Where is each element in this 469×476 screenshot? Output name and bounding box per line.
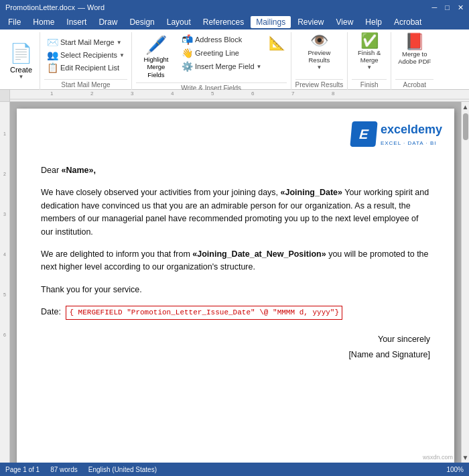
address-block-label: Address Block (195, 36, 242, 44)
edit-recipient-list-btn[interactable]: 📋 Edit Recipient List (44, 62, 127, 74)
menu-references[interactable]: References (198, 16, 249, 28)
close-btn[interactable]: ✕ (458, 3, 464, 12)
svg-text:3: 3 (3, 212, 6, 217)
status-bar: Page 1 of 1 87 words English (United Sta… (0, 463, 469, 476)
highlight-merge-fields-label: HighlightMerge Fields (140, 56, 172, 78)
greeting-line-label: Greeting Line (195, 49, 239, 57)
start-mail-merge-group-label: Start Mail Merge (44, 79, 127, 90)
svg-text:1: 1 (50, 91, 54, 97)
minimize-btn[interactable]: ─ (432, 3, 438, 12)
preview-results-label: PreviewResults (308, 49, 330, 64)
menu-acrobat[interactable]: Acrobat (389, 16, 427, 28)
thank-you-paragraph: Thank you for your service. (41, 284, 430, 296)
finish-merge-arrow[interactable]: ▼ (366, 64, 372, 71)
scroll-down-btn[interactable]: ▼ (462, 454, 469, 461)
joining-date-field: «Joining_Date» (281, 188, 342, 197)
create-button[interactable]: 📄 Create ▼ (3, 32, 40, 90)
svg-text:6: 6 (251, 91, 255, 97)
menu-layout[interactable]: Layout (161, 16, 196, 28)
insert-merge-field-btn[interactable]: ⚙️ Insert Merge Field ▼ (179, 60, 265, 72)
create-dropdown-arrow[interactable]: ▼ (19, 74, 24, 80)
address-block-btn[interactable]: 📬 Address Block (179, 34, 265, 46)
logo-name: exceldemy (381, 121, 442, 139)
svg-text:1: 1 (3, 131, 6, 136)
menu-review[interactable]: Review (292, 16, 329, 28)
menu-help[interactable]: Help (360, 16, 387, 28)
ribbon: 📄 Create ▼ ✉️ Start Mail Merge ▼ 👥 Selec… (0, 29, 469, 90)
edit-recipient-list-label: Edit Recipient List (60, 64, 119, 72)
para2-start: We are delighted to inform you that from (41, 249, 192, 259)
vertical-scrollbar[interactable]: ▲ ▼ (461, 102, 469, 463)
svg-text:5: 5 (3, 292, 6, 297)
menu-home[interactable]: Home (27, 16, 60, 28)
finish-group: ✅ Finish &Merge ▼ Finish (348, 32, 391, 90)
highlight-merge-fields-icon: 🖊️ (145, 35, 167, 56)
logo-icon: E (350, 121, 377, 147)
svg-text:2: 2 (90, 91, 94, 97)
maximize-btn[interactable]: □ (445, 3, 450, 12)
insert-merge-field-label: Insert Merge Field (195, 62, 255, 70)
start-mail-merge-label: Start Mail Merge (60, 38, 115, 46)
ruler-vertical: 1 2 3 4 5 6 (0, 102, 10, 463)
address-block-icon: 📬 (182, 34, 193, 45)
merge-to-pdf-btn[interactable]: 📕 Merge toAdobe PDF (395, 32, 433, 67)
title-bar: PromotionLetter.docx — Word ─ □ ✕ (0, 0, 469, 15)
para1-text: We have closely observed your activities… (41, 188, 281, 197)
highlight-merge-fields-btn[interactable]: 🖊️ HighlightMerge Fields (136, 32, 176, 81)
select-recipients-arrow[interactable]: ▼ (119, 52, 125, 58)
menu-file[interactable]: File (3, 16, 26, 28)
start-mail-merge-icon: ✉️ (47, 37, 58, 48)
logo-text-block: exceldemy EXCEL · DATA · BI (381, 121, 442, 147)
logo-area: E exceldemy EXCEL · DATA · BI (351, 121, 442, 147)
finish-merge-label: Finish &Merge (358, 49, 381, 64)
menu-insert[interactable]: Insert (61, 16, 92, 28)
document-area: 1 2 3 4 5 6 E exceldemy EXCEL · DATA · B… (0, 102, 469, 463)
start-mail-merge-btn[interactable]: ✉️ Start Mail Merge ▼ (44, 36, 127, 48)
menu-design[interactable]: Design (124, 16, 159, 28)
write-insert-fields-group: 🖊️ HighlightMerge Fields 📬 Address Block… (132, 32, 291, 90)
rules-icon: 📐 (269, 35, 285, 51)
svg-text:2: 2 (3, 172, 6, 176)
preview-results-group-label: Preview Results (295, 79, 344, 90)
rules-btn[interactable]: 📐 (267, 32, 287, 54)
menu-draw[interactable]: Draw (93, 16, 123, 28)
greeting-line-btn[interactable]: 👋 Greeting Line (179, 47, 265, 59)
document-scroll[interactable]: E exceldemy EXCEL · DATA · BI Dear «Name… (10, 102, 461, 463)
greeting-line-icon: 👋 (182, 48, 193, 58)
insert-merge-field-arrow[interactable]: ▼ (257, 64, 262, 70)
create-icon: 📄 (9, 42, 33, 64)
start-mail-merge-group: ✉️ Start Mail Merge ▼ 👥 Select Recipient… (40, 32, 132, 90)
select-recipients-icon: 👥 (47, 50, 58, 60)
select-recipients-btn[interactable]: 👥 Select Recipients ▼ (44, 49, 127, 61)
menu-mailings[interactable]: Mailings (251, 16, 291, 28)
preview-results-icon: 👁️ (310, 34, 328, 48)
greeting-text: Dear (41, 166, 62, 175)
para2: We are delighted to inform you that from… (41, 248, 430, 274)
edit-recipient-list-icon: 📋 (47, 62, 58, 73)
document-page: E exceldemy EXCEL · DATA · BI Dear «Name… (17, 109, 454, 463)
create-label: Create (10, 66, 32, 74)
scroll-up-btn[interactable]: ▲ (462, 103, 469, 111)
menu-view[interactable]: View (331, 16, 359, 28)
svg-text:4: 4 (3, 252, 6, 257)
scroll-thumb[interactable] (463, 113, 468, 140)
finish-merge-btn[interactable]: ✅ Finish &Merge ▼ (355, 32, 383, 72)
date-label: Date: (41, 307, 61, 316)
preview-results-group: 👁️ PreviewResults ▼ Preview Results (291, 32, 348, 90)
select-recipients-label: Select Recipients (60, 51, 117, 59)
merge-to-pdf-label: Merge toAdobe PDF (398, 50, 431, 66)
page-info: Page 1 of 1 (5, 466, 40, 473)
zoom-controls[interactable]: 100% (446, 466, 464, 473)
svg-text:5: 5 (211, 91, 214, 97)
preview-results-btn[interactable]: 👁️ PreviewResults ▼ (305, 32, 333, 72)
preview-results-arrow[interactable]: ▼ (316, 64, 322, 71)
ruler-horizontal: 1 2 3 4 5 6 7 8 (0, 90, 469, 102)
svg-text:4: 4 (171, 91, 174, 97)
para1: We have closely observed your activities… (41, 186, 430, 239)
svg-text:8: 8 (332, 91, 335, 97)
date-line: Date: { MERGEFIELD "Promotion_Letter_Iss… (41, 306, 430, 320)
merge-to-pdf-icon: 📕 (405, 34, 425, 50)
finish-group-label: Finish (352, 79, 387, 90)
svg-text:7: 7 (291, 91, 295, 97)
start-mail-merge-arrow[interactable]: ▼ (117, 40, 122, 46)
